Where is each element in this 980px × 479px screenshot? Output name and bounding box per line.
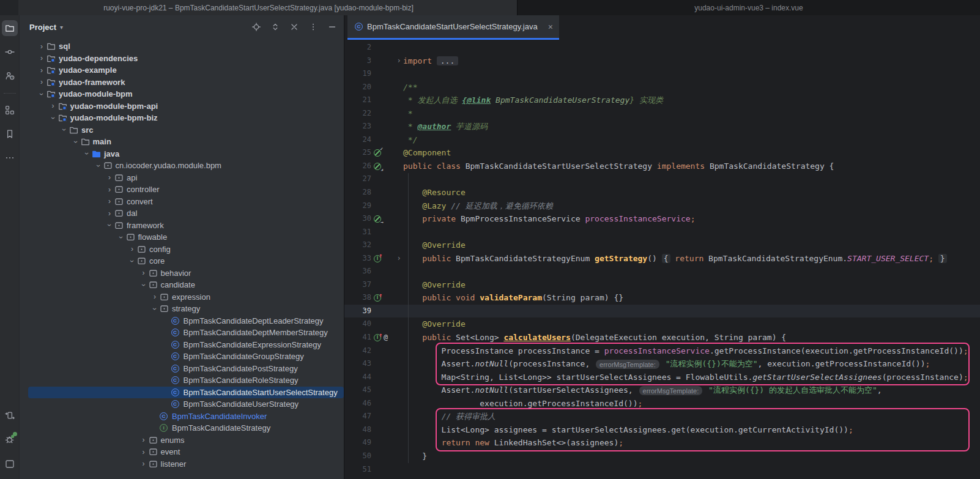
chevron-closed-icon[interactable]: › — [37, 67, 46, 73]
tree-item[interactable]: ›candidate — [20, 279, 344, 291]
tree-item[interactable]: ›expression — [20, 291, 344, 303]
implements-method-icon[interactable]: I↑ — [374, 294, 382, 302]
chevron-closed-icon[interactable]: › — [48, 103, 58, 109]
code-line[interactable]: 27 — [344, 173, 980, 186]
code-line[interactable]: 44 Map<String, List<Long>> startUserSele… — [344, 371, 980, 384]
tree-item[interactable]: ›behavior — [20, 267, 344, 280]
tree-item[interactable]: ›yudao-example — [20, 64, 344, 76]
tree-item[interactable]: CBpmTaskCandidateDeptLeaderStrategy — [20, 315, 344, 327]
chevron-closed-icon[interactable]: › — [105, 174, 114, 180]
debug-icon[interactable] — [2, 431, 18, 447]
code-line[interactable]: 28 @Resource — [344, 186, 980, 199]
fold-marker-icon[interactable]: › — [395, 252, 403, 265]
code-line[interactable]: 29 @Lazy // 延迟加载，避免循环依赖 — [344, 199, 980, 213]
code-line[interactable]: 22 * — [344, 107, 980, 121]
code-line[interactable]: 37 @Override — [344, 278, 980, 292]
chevron-closed-icon[interactable]: › — [105, 210, 114, 217]
structure-icon[interactable] — [2, 102, 18, 118]
terminal-icon[interactable] — [2, 455, 18, 471]
tree-item[interactable]: CBpmTaskCandidateDeptMemberStrategy — [20, 327, 344, 339]
fold-marker-icon[interactable]: › — [395, 54, 403, 68]
hide-panel-icon[interactable] — [328, 23, 336, 31]
more-options-icon[interactable] — [309, 23, 317, 31]
code-line[interactable]: 30→ private BpmProcessInstanceService pr… — [344, 212, 980, 226]
tree-item[interactable]: ›framework — [20, 220, 344, 232]
tree-item[interactable]: CBpmTaskCandidatePostStrategy — [20, 363, 344, 375]
tree-item[interactable]: CBpmTaskCandidateExpressionStrategy — [20, 339, 344, 351]
chevron-open-icon[interactable]: › — [73, 137, 79, 147]
tree-item[interactable]: ›core — [20, 255, 344, 267]
code-line[interactable]: 31 — [344, 226, 980, 239]
tree-item[interactable]: CBpmTaskCandidateRoleStrategy — [20, 374, 344, 387]
bookmarks-icon[interactable] — [2, 126, 18, 142]
more-tool-windows-icon[interactable] — [2, 150, 18, 166]
chevron-closed-icon[interactable]: › — [139, 461, 149, 467]
tree-item-selected[interactable]: CBpmTaskCandidateStartUserSelectStrategy — [28, 387, 344, 399]
code-line[interactable]: 50 } — [344, 450, 980, 463]
code-line[interactable]: 32 @Override — [344, 239, 980, 252]
window-title-right[interactable]: yudao-ui-admin-vue3 – index.vue — [517, 0, 980, 15]
spring-bean-icon[interactable]: ✓ — [374, 149, 381, 157]
chevron-closed-icon[interactable]: › — [105, 187, 114, 193]
chevron-closed-icon[interactable]: › — [127, 246, 137, 252]
code-line[interactable]: 2 — [344, 41, 980, 54]
chevron-open-icon[interactable]: › — [141, 280, 147, 290]
project-folder-icon[interactable] — [2, 20, 18, 36]
code-editor[interactable]: 23›import ...1920/**21 * 发起人自选 {@link Bp… — [344, 40, 980, 479]
code-line[interactable]: 24 */ — [344, 133, 980, 147]
tree-item[interactable]: ›yudao-dependencies — [20, 53, 344, 65]
chevron-open-icon[interactable]: › — [129, 256, 135, 266]
chevron-open-icon[interactable]: › — [39, 89, 45, 99]
code-line[interactable]: 19 — [344, 67, 980, 81]
tree-item[interactable]: ›event — [20, 446, 344, 458]
chevron-closed-icon[interactable]: › — [139, 270, 149, 276]
tree-item[interactable]: ›yudao-module-bpm-api — [20, 100, 344, 113]
code-line[interactable]: 41I↑@ public Set<Long> calculateUsers(De… — [344, 331, 980, 344]
chevron-closed-icon[interactable]: › — [139, 449, 149, 455]
code-line[interactable]: 43 Assert.notNull(processInstance, error… — [344, 357, 980, 371]
tree-item[interactable]: ›yudao-framework — [20, 76, 344, 89]
tree-item[interactable]: ›src — [20, 124, 344, 136]
services-icon[interactable] — [2, 407, 18, 423]
code-line-current[interactable]: 39 — [344, 305, 980, 318]
chevron-closed-icon[interactable]: › — [105, 198, 114, 204]
implements-method-icon[interactable]: I↑ — [374, 254, 382, 262]
tree-item[interactable]: ›yudao-module-bpm — [20, 88, 344, 100]
code-line[interactable]: 3›import ... — [344, 54, 980, 68]
chevron-closed-icon[interactable]: › — [37, 55, 46, 61]
tree-item[interactable]: CBpmTaskCandidateGroupStrategy — [20, 351, 344, 363]
tree-item[interactable]: CBpmTaskCandidateInvoker — [20, 410, 344, 423]
tree-item[interactable]: ›controller — [20, 184, 344, 196]
code-line[interactable]: 33I↑› public BpmTaskCandidateStrategyEnu… — [344, 252, 980, 265]
locate-icon[interactable] — [252, 23, 261, 31]
code-line[interactable]: 46 execution.getProcessInstanceId()); — [344, 397, 980, 410]
code-line[interactable]: 49 return new LinkedHashSet<>(assignees)… — [344, 436, 980, 450]
code-line[interactable]: 51 — [344, 463, 980, 477]
tree-item[interactable]: ›dal — [20, 207, 344, 220]
tree-item[interactable]: ›java — [20, 148, 344, 160]
chevron-closed-icon[interactable]: › — [37, 79, 46, 85]
code-line[interactable]: 20/** — [344, 81, 980, 94]
implements-method-icon[interactable]: I↑@ — [374, 331, 388, 344]
folded-imports[interactable]: ... — [437, 56, 458, 65]
chevron-closed-icon[interactable]: › — [37, 43, 46, 50]
commit-icon[interactable] — [2, 44, 18, 60]
tree-item[interactable]: IBpmTaskCandidateStrategy — [20, 422, 344, 434]
chevron-open-icon[interactable]: › — [118, 232, 124, 242]
code-line[interactable]: 25✓@Component — [344, 146, 980, 160]
chevron-open-icon[interactable]: › — [152, 304, 158, 314]
pull-requests-icon[interactable]: ? — [2, 68, 18, 84]
tree-item[interactable]: ›main — [20, 136, 344, 148]
chevron-closed-icon[interactable]: › — [150, 294, 160, 300]
spring-bean-icon[interactable]: → — [374, 215, 381, 223]
chevron-open-icon[interactable]: › — [106, 220, 113, 230]
window-title-left[interactable]: ruoyi-vue-pro-jdk21 – BpmTaskCandidateSt… — [0, 0, 517, 15]
chevron-open-icon[interactable]: › — [95, 161, 102, 171]
tree-item[interactable]: CBpmTaskCandidateUserStrategy — [20, 398, 344, 410]
code-line[interactable]: 36 — [344, 265, 980, 278]
code-line[interactable]: 23 * @author 芋道源码 — [344, 120, 980, 133]
project-panel-title[interactable]: Project — [29, 23, 56, 32]
tree-item[interactable]: ›yudao-module-bpm-biz — [20, 112, 344, 124]
tree-item[interactable]: ›strategy — [20, 303, 344, 315]
close-icon[interactable]: × — [548, 22, 553, 32]
